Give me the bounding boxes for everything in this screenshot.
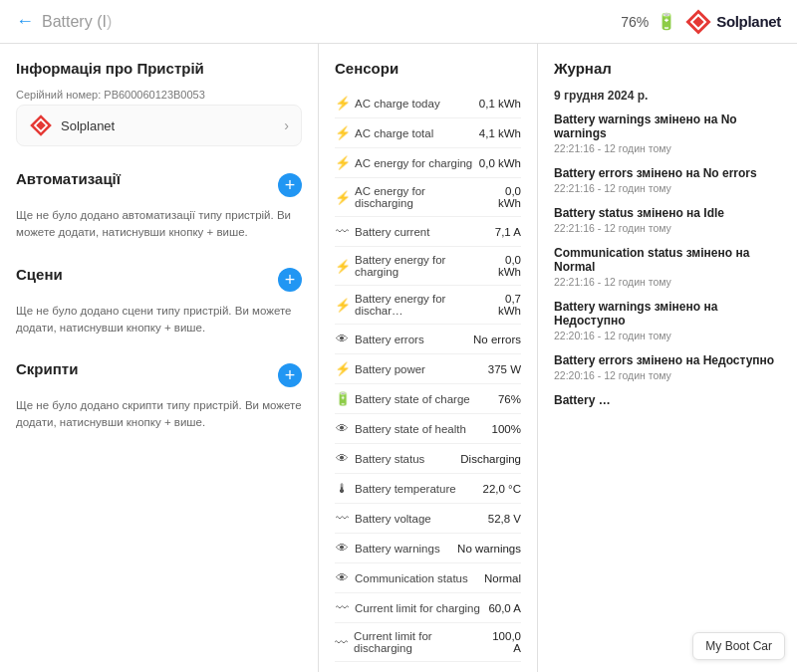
sensor-name: Battery energy for dischar… — [355, 293, 483, 317]
page-title: Battery (I) — [42, 13, 112, 31]
sensor-icon: ⚡ — [335, 361, 349, 376]
journal-title: Журнал — [554, 60, 781, 77]
automation-header: Автоматизації + — [16, 170, 302, 199]
journal-entry-time: 22:20:16 - 12 годин тому — [554, 369, 781, 381]
sensor-icon: ⚡ — [335, 259, 349, 274]
journal-panel: Журнал 9 грудня 2024 р. Battery warnings… — [538, 44, 797, 672]
sensor-value: Discharging — [460, 453, 521, 465]
journal-entry-time: 22:20:16 - 12 годин тому — [554, 330, 781, 341]
sensor-name: Current limit for discharging — [354, 630, 484, 654]
sensor-value: 100,0 A — [484, 630, 521, 654]
sensor-row: 〰Battery current7,1 A — [335, 217, 521, 247]
scenes-desc: Ще не було додано сцени типу пристрій. В… — [16, 303, 302, 337]
sensor-name: Battery power — [355, 363, 425, 375]
journal-entry: Battery … — [554, 393, 781, 407]
sensor-row: 〰Current limit for discharging100,0 A — [335, 623, 521, 662]
battery-icon: 🔋 — [657, 12, 676, 31]
sensor-name: Battery warnings — [355, 543, 440, 555]
sensor-row: ⚡AC charge today0,1 kWh — [335, 89, 521, 118]
solplanet-logo-icon — [684, 8, 712, 36]
sensor-value: 52,8 V — [488, 513, 521, 525]
automation-title: Автоматизації — [16, 170, 121, 187]
scenes-section: Сцени + Ще не було додано сцени типу при… — [16, 266, 302, 337]
journal-entry-title: Battery … — [554, 393, 781, 407]
journal-entry-time: 22:21:16 - 12 годин тому — [554, 222, 781, 234]
sensor-value: 7,1 A — [495, 226, 521, 238]
sensor-value: 76% — [498, 393, 521, 405]
sensor-value: 375 W — [488, 363, 521, 375]
sensor-row: 👁Battery state of health100% — [335, 414, 521, 444]
sensor-row: 〰Current limit for charging60,0 A — [335, 593, 521, 623]
sensor-name: Battery current — [355, 226, 429, 238]
sensor-icon: 〰 — [335, 224, 349, 239]
back-button[interactable]: ← — [16, 11, 34, 32]
sensor-row: ⚡AC charge total4,1 kWh — [335, 118, 521, 148]
sensor-icon: ⚡ — [335, 125, 349, 140]
sensor-row: 〰Battery voltage52,8 V — [335, 504, 521, 534]
sensor-icon: 👁 — [335, 421, 349, 436]
sensor-icon: 〰 — [335, 600, 349, 615]
sensor-icon: 〰 — [335, 511, 349, 526]
add-automation-button[interactable]: + — [278, 173, 302, 197]
journal-list: Battery warnings змінено на No warnings2… — [554, 112, 781, 407]
sensor-icon: ⚡ — [335, 155, 349, 170]
sensor-name: Battery voltage — [355, 513, 431, 525]
brand-logo-icon — [29, 113, 53, 137]
journal-entry-time: 22:21:16 - 12 годин тому — [554, 182, 781, 194]
sensor-value: 0,1 kWh — [479, 98, 521, 110]
sensor-name: Battery state of charge — [355, 393, 470, 405]
journal-entry-title: Communication status змінено на Normal — [554, 246, 781, 274]
automation-desc: Ще не було додано автоматизації типу при… — [16, 207, 302, 242]
scenes-header: Сцени + — [16, 266, 302, 295]
scripts-desc: Ще не було додано скрипти типу пристрій.… — [16, 397, 302, 432]
add-scripts-button[interactable]: + — [278, 363, 302, 387]
brand-name: Solplanet — [61, 118, 115, 133]
sensor-name: Battery status — [355, 453, 424, 465]
sensor-name: Battery temperature — [355, 483, 456, 495]
battery-percent: 76% — [621, 14, 649, 30]
sensor-name: Battery energy for charging — [355, 254, 482, 278]
journal-entry: Battery errors змінено на Недоступно22:2… — [554, 353, 781, 381]
sensor-icon: 👁 — [335, 541, 349, 556]
journal-date: 9 грудня 2024 р. — [554, 89, 781, 103]
sensor-value: 22,0 °C — [483, 483, 521, 495]
journal-entry-title: Battery status змінено на Idle — [554, 206, 781, 220]
scripts-section: Скрипти + Ще не було додано скрипти типу… — [16, 360, 302, 432]
journal-entry: Battery status змінено на Idle22:21:16 -… — [554, 206, 781, 234]
sensor-value: 0,0 kWh — [482, 254, 521, 278]
journal-entry: Battery warnings змінено на No warnings2… — [554, 112, 781, 154]
sensor-value: 60,0 A — [488, 602, 521, 614]
journal-entry: Communication status змінено на Normal22… — [554, 246, 781, 288]
sensor-name: Battery state of health — [355, 423, 466, 435]
sensor-name: AC charge today — [355, 98, 440, 110]
scenes-title: Сцени — [16, 266, 63, 283]
add-scenes-button[interactable]: + — [278, 268, 302, 292]
automation-section: Автоматизації + Ще не було додано автома… — [16, 170, 302, 242]
scripts-header: Скрипти + — [16, 360, 302, 389]
left-panel: Інформація про Пристрій Серійний номер: … — [0, 44, 319, 672]
sensor-row: 🔋Battery state of charge76% — [335, 384, 521, 414]
sensor-value: 100% — [492, 423, 521, 435]
sensor-icon: 👁 — [335, 451, 349, 466]
journal-entry-time: 22:21:16 - 12 годин тому — [554, 276, 781, 288]
sensor-row: 〰EPS current1,3 A — [335, 662, 521, 672]
sensor-value: 0,7 kWh — [483, 293, 521, 317]
sensor-row: 👁Battery warningsNo warnings — [335, 534, 521, 563]
sensor-value: 0,0 kWh — [479, 157, 521, 169]
sensor-value: Normal — [484, 572, 521, 584]
sensor-row: 👁Battery statusDischarging — [335, 444, 521, 474]
sensor-row: ⚡Battery energy for charging0,0 kWh — [335, 247, 521, 286]
sensor-name: AC charge total — [355, 127, 433, 139]
sensor-name: AC energy for charging — [355, 157, 472, 169]
journal-entry-title: Battery errors змінено на No errors — [554, 166, 781, 180]
my-boot-car-button[interactable]: My Boot Car — [692, 632, 785, 660]
sensor-icon: 👁 — [335, 570, 349, 585]
sensor-icon: 🌡 — [335, 481, 349, 496]
header-left: ← Battery (I) — [16, 11, 112, 32]
journal-entry-time: 22:21:16 - 12 годин тому — [554, 142, 781, 154]
sensor-icon: 〰 — [335, 635, 348, 650]
brand-row[interactable]: Solplanet › — [16, 105, 302, 146]
sensors-panel: Сенсори ⚡AC charge today0,1 kWh⚡AC charg… — [319, 44, 538, 672]
header-right: 76% 🔋 Solplanet — [621, 8, 781, 36]
sensor-row: ⚡AC energy for discharging0,0 kWh — [335, 178, 521, 217]
